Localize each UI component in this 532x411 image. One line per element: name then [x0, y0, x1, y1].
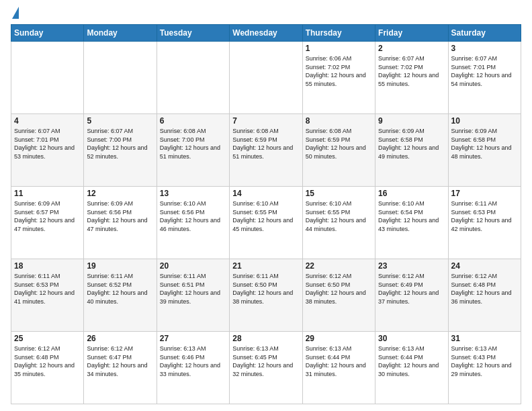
calendar-week-row: 4Sunrise: 6:07 AMSunset: 7:01 PMDaylight… [11, 114, 521, 187]
day-info: Sunrise: 6:11 AMSunset: 6:53 PMDaylight:… [14, 272, 81, 306]
day-info: Sunrise: 6:08 AMSunset: 6:59 PMDaylight:… [306, 127, 372, 161]
day-info: Sunrise: 6:09 AMSunset: 6:56 PMDaylight:… [87, 199, 153, 233]
calendar-cell: 11Sunrise: 6:09 AMSunset: 6:57 PMDayligh… [11, 187, 84, 259]
calendar-cell [157, 42, 229, 114]
day-number: 22 [306, 261, 372, 271]
day-number: 25 [14, 334, 81, 343]
day-info: Sunrise: 6:10 AMSunset: 6:55 PMDaylight:… [232, 199, 299, 233]
day-number: 24 [451, 261, 518, 271]
calendar-cell [84, 42, 157, 114]
calendar-cell: 13Sunrise: 6:10 AMSunset: 6:56 PMDayligh… [157, 187, 229, 259]
day-info: Sunrise: 6:12 AMSunset: 6:50 PMDaylight:… [306, 272, 372, 306]
day-info: Sunrise: 6:11 AMSunset: 6:51 PMDaylight:… [160, 272, 226, 306]
calendar-cell: 4Sunrise: 6:07 AMSunset: 7:01 PMDaylight… [11, 114, 84, 187]
calendar-cell: 21Sunrise: 6:11 AMSunset: 6:50 PMDayligh… [230, 259, 302, 332]
day-info: Sunrise: 6:09 AMSunset: 6:58 PMDaylight:… [378, 127, 445, 161]
calendar-cell: 23Sunrise: 6:12 AMSunset: 6:49 PMDayligh… [375, 259, 448, 332]
calendar-table: SundayMondayTuesdayWednesdayThursdayFrid… [11, 24, 521, 404]
day-number: 14 [232, 189, 299, 198]
calendar-cell: 3Sunrise: 6:07 AMSunset: 7:01 PMDaylight… [448, 42, 521, 114]
day-number: 8 [306, 116, 372, 126]
day-info: Sunrise: 6:13 AMSunset: 6:46 PMDaylight:… [160, 345, 226, 378]
day-info: Sunrise: 6:12 AMSunset: 6:48 PMDaylight:… [14, 345, 81, 378]
day-info: Sunrise: 6:07 AMSunset: 7:00 PMDaylight:… [87, 127, 153, 161]
calendar-page: SundayMondayTuesdayWednesdayThursdayFrid… [0, 0, 532, 411]
day-number: 5 [87, 116, 153, 126]
calendar-cell: 16Sunrise: 6:10 AMSunset: 6:54 PMDayligh… [375, 187, 448, 259]
calendar-cell: 5Sunrise: 6:07 AMSunset: 7:00 PMDaylight… [84, 114, 157, 187]
day-info: Sunrise: 6:07 AMSunset: 7:01 PMDaylight:… [451, 54, 518, 88]
calendar-cell: 30Sunrise: 6:13 AMSunset: 6:44 PMDayligh… [375, 332, 448, 404]
day-number: 12 [87, 189, 153, 198]
weekday-header: Sunday [11, 25, 84, 42]
calendar-cell: 1Sunrise: 6:06 AMSunset: 7:02 PMDaylight… [302, 42, 375, 114]
day-info: Sunrise: 6:11 AMSunset: 6:53 PMDaylight:… [451, 199, 518, 233]
day-number: 1 [306, 44, 372, 53]
day-info: Sunrise: 6:12 AMSunset: 6:47 PMDaylight:… [87, 345, 153, 378]
calendar-cell: 10Sunrise: 6:09 AMSunset: 6:58 PMDayligh… [448, 114, 521, 187]
day-number: 21 [232, 261, 299, 271]
calendar-cell [11, 42, 84, 114]
day-number: 3 [451, 44, 518, 53]
day-info: Sunrise: 6:08 AMSunset: 7:00 PMDaylight:… [160, 127, 226, 161]
calendar-cell: 22Sunrise: 6:12 AMSunset: 6:50 PMDayligh… [302, 259, 375, 332]
calendar-cell: 7Sunrise: 6:08 AMSunset: 6:59 PMDaylight… [230, 114, 302, 187]
calendar-week-row: 25Sunrise: 6:12 AMSunset: 6:48 PMDayligh… [11, 332, 521, 404]
day-info: Sunrise: 6:08 AMSunset: 6:59 PMDaylight:… [232, 127, 299, 161]
day-info: Sunrise: 6:07 AMSunset: 7:02 PMDaylight:… [378, 54, 445, 88]
day-number: 20 [160, 261, 226, 271]
day-number: 27 [160, 334, 226, 343]
day-number: 15 [306, 189, 372, 198]
day-number: 18 [14, 261, 81, 271]
calendar-cell: 17Sunrise: 6:11 AMSunset: 6:53 PMDayligh… [448, 187, 521, 259]
day-number: 10 [451, 116, 518, 126]
day-info: Sunrise: 6:12 AMSunset: 6:48 PMDaylight:… [451, 272, 518, 306]
day-number: 17 [451, 189, 518, 198]
calendar-cell: 25Sunrise: 6:12 AMSunset: 6:48 PMDayligh… [11, 332, 84, 404]
calendar-week-row: 18Sunrise: 6:11 AMSunset: 6:53 PMDayligh… [11, 259, 521, 332]
day-info: Sunrise: 6:06 AMSunset: 7:02 PMDaylight:… [306, 54, 372, 88]
calendar-cell [230, 42, 302, 114]
day-number: 30 [378, 334, 445, 343]
calendar-cell: 2Sunrise: 6:07 AMSunset: 7:02 PMDaylight… [375, 42, 448, 114]
calendar-cell: 6Sunrise: 6:08 AMSunset: 7:00 PMDaylight… [157, 114, 229, 187]
day-number: 23 [378, 261, 445, 271]
day-number: 16 [378, 189, 445, 198]
calendar-week-row: 11Sunrise: 6:09 AMSunset: 6:57 PMDayligh… [11, 187, 521, 259]
day-number: 29 [306, 334, 372, 343]
day-number: 31 [451, 334, 518, 343]
calendar-cell: 27Sunrise: 6:13 AMSunset: 6:46 PMDayligh… [157, 332, 229, 404]
weekday-header: Tuesday [157, 25, 229, 42]
day-info: Sunrise: 6:10 AMSunset: 6:54 PMDaylight:… [378, 199, 445, 233]
day-info: Sunrise: 6:13 AMSunset: 6:44 PMDaylight:… [306, 345, 372, 378]
day-number: 4 [14, 116, 81, 126]
calendar-cell: 31Sunrise: 6:13 AMSunset: 6:43 PMDayligh… [448, 332, 521, 404]
day-number: 26 [87, 334, 153, 343]
day-info: Sunrise: 6:13 AMSunset: 6:45 PMDaylight:… [232, 345, 299, 378]
calendar-cell: 20Sunrise: 6:11 AMSunset: 6:51 PMDayligh… [157, 259, 229, 332]
calendar-cell: 24Sunrise: 6:12 AMSunset: 6:48 PMDayligh… [448, 259, 521, 332]
calendar-cell: 9Sunrise: 6:09 AMSunset: 6:58 PMDaylight… [375, 114, 448, 187]
day-info: Sunrise: 6:11 AMSunset: 6:52 PMDaylight:… [87, 272, 153, 306]
day-info: Sunrise: 6:09 AMSunset: 6:57 PMDaylight:… [14, 199, 81, 233]
day-number: 11 [14, 189, 81, 198]
weekday-header: Saturday [448, 25, 521, 42]
weekday-header: Friday [375, 25, 448, 42]
day-info: Sunrise: 6:09 AMSunset: 6:58 PMDaylight:… [451, 127, 518, 161]
day-info: Sunrise: 6:07 AMSunset: 7:01 PMDaylight:… [14, 127, 81, 161]
calendar-cell: 12Sunrise: 6:09 AMSunset: 6:56 PMDayligh… [84, 187, 157, 259]
calendar-week-row: 1Sunrise: 6:06 AMSunset: 7:02 PMDaylight… [11, 42, 521, 114]
calendar-cell: 26Sunrise: 6:12 AMSunset: 6:47 PMDayligh… [84, 332, 157, 404]
day-info: Sunrise: 6:12 AMSunset: 6:49 PMDaylight:… [378, 272, 445, 306]
weekday-header: Monday [84, 25, 157, 42]
day-number: 9 [378, 116, 445, 126]
day-number: 7 [232, 116, 299, 126]
logo-top [11, 8, 19, 19]
weekday-header-row: SundayMondayTuesdayWednesdayThursdayFrid… [11, 25, 521, 42]
calendar-cell: 19Sunrise: 6:11 AMSunset: 6:52 PMDayligh… [84, 259, 157, 332]
header [11, 8, 521, 19]
calendar-cell: 28Sunrise: 6:13 AMSunset: 6:45 PMDayligh… [230, 332, 302, 404]
day-info: Sunrise: 6:10 AMSunset: 6:55 PMDaylight:… [306, 199, 372, 233]
calendar-cell: 14Sunrise: 6:10 AMSunset: 6:55 PMDayligh… [230, 187, 302, 259]
day-number: 19 [87, 261, 153, 271]
